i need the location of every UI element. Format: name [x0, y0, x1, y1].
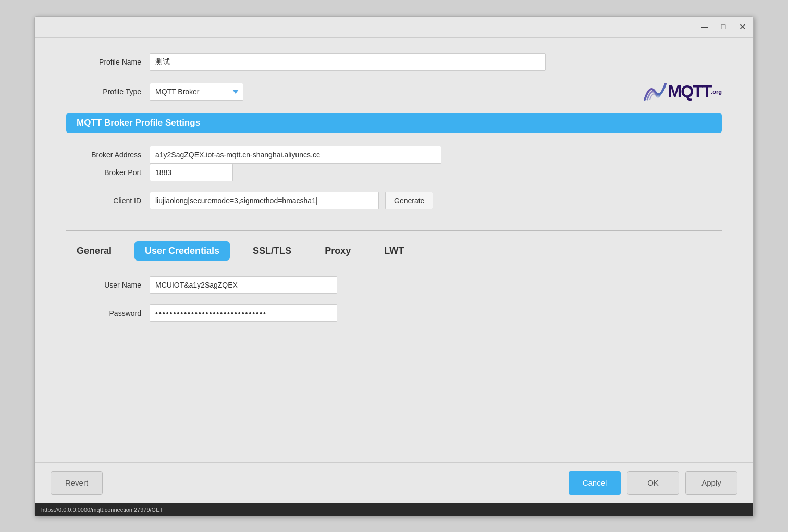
client-id-label: Client ID: [66, 196, 150, 205]
title-bar: — □ ✕: [35, 17, 753, 38]
status-bar: https://0.0.0.0:0000/mqtt:connection:279…: [35, 503, 753, 516]
profile-type-left: Profile Type MQTT Broker: [66, 83, 243, 101]
window-controls: — □ ✕: [700, 22, 747, 31]
username-row: User Name: [66, 276, 722, 294]
broker-address-row: Broker Address: [66, 146, 722, 164]
footer-left: Revert: [51, 471, 103, 495]
password-label: Password: [66, 309, 150, 317]
section-divider: [66, 230, 722, 231]
generate-button[interactable]: Generate: [385, 192, 433, 209]
broker-address-label: Broker Address: [66, 151, 150, 159]
credentials-section: User Name Password: [66, 276, 722, 332]
profile-name-input[interactable]: [150, 53, 546, 71]
main-window: — □ ✕ Profile Name Profile Type MQTT Bro…: [34, 16, 754, 516]
mqtt-logo-text: MQTT: [668, 82, 711, 101]
profile-name-label: Profile Name: [66, 58, 150, 66]
password-input[interactable]: [150, 304, 337, 322]
mqtt-logo-org: .org: [711, 89, 722, 95]
mqtt-logo: MQTT.org: [642, 81, 722, 102]
client-id-row: Client ID Generate: [66, 192, 722, 209]
tab-general[interactable]: General: [66, 241, 122, 261]
footer-right: Cancel OK Apply: [569, 471, 737, 495]
section-header: MQTT Broker Profile Settings: [66, 113, 722, 133]
content-area: Profile Name Profile Type MQTT Broker: [35, 38, 753, 462]
profile-name-row: Profile Name: [66, 53, 722, 71]
profile-type-row: Profile Type MQTT Broker: [66, 81, 722, 102]
apply-button[interactable]: Apply: [685, 471, 737, 495]
ok-button[interactable]: OK: [627, 471, 679, 495]
minimize-button[interactable]: —: [700, 22, 709, 31]
cancel-button[interactable]: Cancel: [569, 471, 621, 495]
tab-lwt[interactable]: LWT: [374, 241, 414, 261]
username-input[interactable]: [150, 276, 337, 294]
footer: Revert Cancel OK Apply: [35, 462, 753, 503]
status-text: https://0.0.0.0:0000/mqtt:connection:279…: [41, 506, 163, 513]
broker-address-input[interactable]: [150, 146, 441, 164]
broker-port-row: Broker Port: [66, 164, 722, 181]
close-button[interactable]: ✕: [737, 22, 747, 31]
broker-port-label: Broker Port: [66, 168, 150, 177]
tab-proxy[interactable]: Proxy: [314, 241, 361, 261]
tab-ssl-tls[interactable]: SSL/TLS: [242, 241, 302, 261]
tabs-row: General User Credentials SSL/TLS Proxy L…: [66, 241, 722, 261]
tab-user-credentials[interactable]: User Credentials: [134, 241, 230, 261]
mqtt-waves-icon: [642, 81, 668, 102]
password-row: Password: [66, 304, 722, 322]
client-id-controls: Generate: [150, 192, 433, 209]
profile-type-select[interactable]: MQTT Broker: [150, 83, 243, 101]
revert-button[interactable]: Revert: [51, 471, 103, 495]
client-id-input[interactable]: [150, 192, 379, 209]
profile-type-label: Profile Type: [66, 88, 150, 96]
broker-port-input[interactable]: [150, 164, 233, 181]
username-label: User Name: [66, 281, 150, 289]
maximize-button[interactable]: □: [719, 22, 728, 31]
